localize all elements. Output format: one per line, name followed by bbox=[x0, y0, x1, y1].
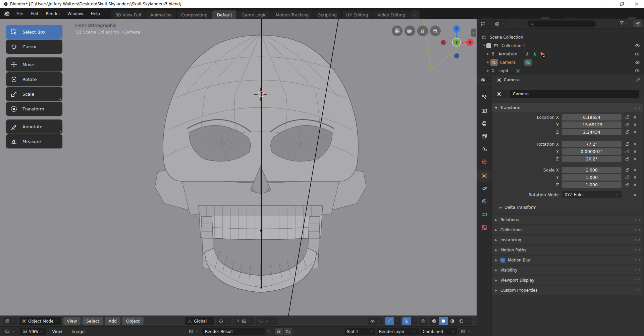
properties-editor-type-dropdown[interactable] bbox=[479, 76, 492, 84]
animate-dot[interactable] bbox=[634, 176, 636, 179]
lock-icon[interactable] bbox=[625, 182, 630, 187]
tool-measure[interactable]: Measure bbox=[6, 134, 62, 148]
animate-dot[interactable] bbox=[634, 150, 636, 153]
object-menu[interactable]: Object bbox=[122, 317, 144, 325]
panel-visibility[interactable]: ▶ Visibility∷∷ bbox=[492, 266, 643, 275]
tool-rotate[interactable]: Rotate bbox=[6, 72, 62, 86]
outliner-row-scene-collection[interactable]: Scene Collection bbox=[477, 33, 644, 41]
hide-eye-icon[interactable] bbox=[635, 43, 640, 48]
tab-constraints[interactable] bbox=[477, 183, 491, 194]
axis-z-ball[interactable]: Z bbox=[453, 25, 460, 33]
select-menu[interactable]: Select bbox=[83, 317, 103, 325]
expand-arrow-icon[interactable]: ▶ bbox=[486, 52, 490, 55]
panel-motion-paths[interactable]: ▶ Motion Paths∷∷ bbox=[492, 246, 643, 254]
image-mode-dropdown[interactable]: View bbox=[20, 328, 46, 335]
outliner-row-armature[interactable]: ▶ Armature ▼2 bbox=[477, 50, 644, 58]
tab-render[interactable] bbox=[477, 105, 491, 116]
menu-file[interactable]: File bbox=[13, 10, 27, 18]
menu-window[interactable]: Window bbox=[64, 10, 87, 18]
axis-neg-x-ball[interactable] bbox=[441, 40, 446, 45]
tab-texture[interactable] bbox=[477, 222, 491, 233]
collection-checkbox[interactable] bbox=[486, 43, 491, 48]
workspace-tab-compositing[interactable]: Compositing bbox=[177, 10, 212, 19]
lock-icon[interactable] bbox=[625, 141, 630, 147]
xray-toggle[interactable] bbox=[419, 317, 427, 325]
3d-viewport[interactable]: Front Orthographic (1) Scene Collection … bbox=[0, 19, 477, 316]
workspace-tab-video-editing[interactable]: Video Editing bbox=[373, 10, 410, 19]
image-image-menu[interactable]: Image bbox=[68, 329, 88, 334]
outliner-row-light[interactable]: ▶ Light bbox=[477, 66, 644, 75]
tab-physics[interactable] bbox=[477, 196, 491, 207]
image-browse-dropdown[interactable] bbox=[186, 328, 201, 335]
grid-ortho-button[interactable] bbox=[392, 26, 402, 36]
axis-neg-z-ball[interactable] bbox=[454, 53, 459, 58]
animate-dot[interactable] bbox=[634, 131, 636, 133]
unlink-image-button[interactable] bbox=[293, 328, 301, 335]
pin-icon[interactable] bbox=[635, 77, 640, 83]
camera-view-button[interactable] bbox=[405, 26, 415, 36]
shading-dropdown[interactable] bbox=[466, 317, 472, 325]
workspace-tab-game-logic[interactable]: Game Logic bbox=[237, 10, 271, 19]
scale-y-field[interactable]: 1.000 bbox=[562, 174, 622, 181]
tool-transform[interactable]: Transform bbox=[6, 102, 62, 116]
lock-icon[interactable] bbox=[625, 122, 630, 127]
workspace-tab-default[interactable]: Default bbox=[212, 10, 236, 19]
shading-solid-button[interactable] bbox=[439, 317, 448, 325]
hide-eye-icon[interactable] bbox=[635, 51, 640, 57]
location-y-field[interactable]: -15.69129 bbox=[562, 122, 622, 128]
animate-dot[interactable] bbox=[634, 116, 636, 118]
hide-eye-icon[interactable] bbox=[635, 68, 640, 74]
lock-icon[interactable] bbox=[625, 175, 630, 180]
open-image-button[interactable] bbox=[284, 328, 292, 335]
gizmos-dropdown[interactable] bbox=[394, 317, 400, 325]
rotation-x-field[interactable]: 77.2° bbox=[562, 141, 622, 147]
sidebar-collapse-arrow[interactable]: ‹ bbox=[471, 29, 476, 37]
blender-menu-icon[interactable] bbox=[3, 10, 10, 17]
object-name-field[interactable]: Camera bbox=[509, 90, 639, 98]
menu-edit[interactable]: Edit bbox=[27, 10, 42, 18]
tab-scene[interactable] bbox=[477, 143, 491, 155]
restore-button[interactable] bbox=[614, 0, 629, 8]
tab-object-data[interactable] bbox=[477, 208, 491, 220]
animate-dot[interactable] bbox=[634, 184, 636, 186]
add-menu[interactable]: Add bbox=[105, 317, 120, 325]
delta-transform-subpanel[interactable]: ▶ Delta Transform bbox=[492, 203, 643, 212]
shading-material-button[interactable] bbox=[448, 317, 457, 325]
outliner-filter-button[interactable] bbox=[619, 20, 628, 26]
gizmos-toggle[interactable] bbox=[385, 317, 394, 325]
lock-icon[interactable] bbox=[625, 114, 630, 120]
lock-icon[interactable] bbox=[625, 167, 630, 173]
axis-gizmo[interactable]: Z Y X bbox=[438, 24, 475, 61]
panel-instancing[interactable]: ▶ Instancing∷∷ bbox=[492, 236, 643, 244]
render-pass-dropdown[interactable]: Combined bbox=[420, 328, 457, 335]
expand-arrow-icon[interactable]: ▼ bbox=[482, 44, 486, 47]
expand-arrow-icon[interactable]: ▶ bbox=[486, 69, 490, 72]
outliner-display-mode-dropdown[interactable] bbox=[493, 20, 506, 27]
visibility-dropdown[interactable] bbox=[368, 317, 383, 325]
overlays-dropdown[interactable] bbox=[411, 317, 417, 325]
tab-output[interactable] bbox=[477, 118, 491, 129]
tool-select-box[interactable]: Select Box bbox=[6, 25, 62, 39]
tool-move[interactable]: Move bbox=[6, 57, 62, 71]
outliner-search-input[interactable] bbox=[527, 20, 596, 27]
menu-help[interactable]: Help bbox=[87, 10, 103, 18]
tab-view-layer[interactable] bbox=[477, 131, 491, 142]
fake-user-button[interactable] bbox=[266, 328, 274, 335]
render-layer-dropdown[interactable]: RenderLayer bbox=[377, 328, 419, 335]
animate-dot[interactable] bbox=[634, 169, 636, 171]
snap-group[interactable] bbox=[233, 317, 254, 325]
proportional-editing-group[interactable] bbox=[256, 317, 277, 325]
rotation-mode-dropdown[interactable]: XYZ Euler bbox=[562, 191, 622, 198]
object-id-dropdown[interactable] bbox=[495, 90, 508, 98]
add-workspace-button[interactable]: + bbox=[410, 10, 420, 19]
new-collection-button[interactable] bbox=[633, 20, 642, 27]
tool-cursor[interactable]: Cursor bbox=[6, 40, 62, 54]
orientation-dropdown[interactable]: Global bbox=[185, 317, 214, 325]
workspace-tab-3d-view-full[interactable]: 3D View Full bbox=[111, 10, 146, 19]
scale-z-field[interactable]: 1.000 bbox=[562, 182, 622, 188]
panel-custom-properties[interactable]: ▶ Custom Properties∷∷ bbox=[492, 286, 643, 295]
new-image-button[interactable] bbox=[275, 328, 283, 335]
motion-blur-checkbox[interactable] bbox=[500, 258, 505, 262]
shading-rendered-button[interactable] bbox=[457, 317, 466, 325]
lock-icon[interactable] bbox=[625, 149, 630, 154]
